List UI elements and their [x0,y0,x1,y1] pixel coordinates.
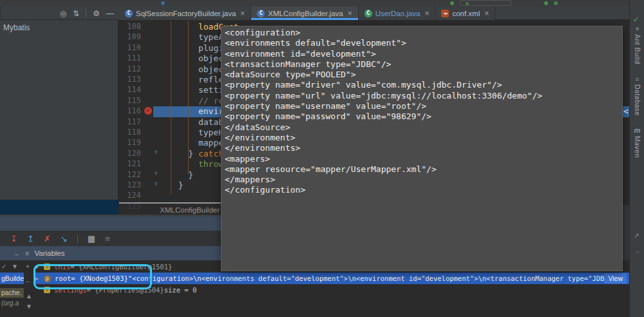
tab-XMLConfigBuilder.java[interactable]: CXMLConfigBuilder.java× [251,6,358,20]
debug-run-icon [450,1,454,5]
value-preview-popup: <configuration><environments default="de… [221,26,623,271]
tool-window-button-Database[interactable]: ≡Database [630,76,644,116]
popup-xml-line: <dataSource type="POOLED"> [225,70,622,80]
view-link[interactable]: View [604,273,627,283]
popup-xml-line: </configuration> [225,185,622,195]
layout-settings-icon[interactable]: ≡ [105,235,110,243]
restore-layout-icon[interactable]: ↗ [634,232,639,239]
line-number: 113 [119,75,141,84]
settings-icon[interactable]: ⚙ [93,10,100,17]
editor-tabs: CSqlSessionFactoryBuilder.java×CXMLConfi… [119,6,495,20]
line-number: 109 [119,32,141,41]
code-token: } [178,180,184,190]
line-number: 117 [119,117,141,126]
pin-tab-icon[interactable]: → [13,249,20,257]
frame-item[interactable]: (org.a [0,298,24,308]
tab-label: conf.xml [452,10,480,17]
tool-window-button-Ant Build[interactable]: ✳Ant Build [630,26,644,64]
popup-xml-line: <transactionManager type="JDBC"/> [225,59,622,70]
code-text: typeAl [168,32,229,43]
popup-xml-line: <property name="username" value="root"/> [225,101,622,111]
collapse-all-icon[interactable]: ⇅ [73,10,79,17]
run-config-selector[interactable] [460,0,511,6]
popup-xml-line: <environment id="development"> [225,49,622,59]
remove-icon[interactable]: − [26,278,30,285]
check-icon: ✓ [633,15,639,24]
scroll-down-icon[interactable]: ▼ [26,303,32,310]
editor-splitter[interactable] [119,202,221,204]
frame-item[interactable]: pache. [0,288,24,298]
add-icon[interactable]: + [26,263,30,270]
code-text: } [168,169,193,180]
code-text: plugin [168,43,229,53]
tab-UserDao.java[interactable]: CUserDao.java× [359,6,436,20]
tab-SqlSessionFactoryBuilder.java[interactable]: CSqlSessionFactoryBuilder.java× [119,6,251,20]
code-token: } [188,149,198,158]
frame-item[interactable]: gBuilde [0,273,24,284]
breakpoint-icon[interactable]: ✓ [144,107,152,115]
popup-xml-line: <environments default="development"> [225,38,622,48]
popup-xml-line: <property name="password" value="98629"/… [225,111,622,122]
line-number: 123 [119,180,141,189]
popup-xml-line: <configuration> [225,28,622,38]
locate-icon[interactable]: ◎ [60,10,66,17]
toolbar-blue-icon [161,1,165,5]
tool-window-button-Maven[interactable]: mMaven [630,126,644,158]
xml-file-icon: <> [441,10,449,17]
project-root-node[interactable]: Mybatis [3,23,30,32]
fold-marker-icon[interactable]: ▿ [155,149,158,155]
filter-icon[interactable]: ▼ [12,263,18,270]
code-text: mapper [168,137,229,148]
close-icon[interactable]: × [240,9,245,18]
drop-frame-icon[interactable]: ✗ [44,235,51,243]
scroll-up-icon[interactable]: ▲ [26,293,32,300]
java-class-green-icon: C [365,10,372,17]
code-text: object [168,53,229,64]
java-class-icon: C [125,10,133,17]
line-number: 108 [119,22,141,31]
fold-marker-icon[interactable]: ▿ [155,180,158,187]
line-number: 118 [119,128,141,137]
code-text: throw [168,158,223,169]
code-text: settin [168,84,229,95]
separator [77,235,78,243]
checked-icon[interactable]: ✓ [1,263,6,270]
line-number: 110 [119,43,141,52]
line-number: 111 [119,53,141,62]
line-overflow-text: < [623,106,629,117]
code-text: } [168,180,183,191]
fold-marker-icon[interactable]: ▿ [155,170,158,177]
code-token: } [188,170,193,180]
popup-xml-line: <property name="url" value="jdbc:mysql:/… [225,91,622,101]
close-icon[interactable]: × [348,9,352,18]
line-number: 116 [119,106,141,115]
tab-label: UserDao.java [375,10,421,17]
line-number: 120 [119,149,141,158]
tool-window-label: Maven [634,136,641,158]
right-tool-window-strip: ✓✳Ant Build≡DatabasemMaven↗→ [629,0,644,317]
java-class-icon: C [257,10,265,17]
separator [86,9,86,17]
variable-extra: size = 0 [164,286,197,294]
hide-panel-icon[interactable]: — [106,10,114,17]
line-number: 112 [119,64,141,73]
evaluate-expression-icon[interactable]: ▦ [88,235,95,243]
code-text: enviro< [168,106,229,117]
editor-tab-bar: ◎⇅⚙— CSqlSessionFactoryBuilder.java×CXML… [0,6,644,20]
tool-window-label: Ant Build [634,34,641,64]
force-step-into-icon[interactable]: ↧ [10,235,17,243]
pin-icon[interactable]: → [634,247,640,255]
code-text: // rea [168,95,229,106]
toolbar-green-icon [544,1,548,5]
run-to-cursor-icon[interactable]: ↘ [61,235,68,243]
close-icon[interactable]: × [424,9,429,18]
menu-icon[interactable]: ≡ [25,249,29,257]
variables-panel-title: Variables [34,249,64,257]
main-toolbar-blur [0,0,644,6]
close-icon[interactable]: × [484,9,489,18]
tab-conf.xml[interactable]: <>conf.xml× [435,6,495,20]
database-icon: ≡ [636,76,639,82]
step-out-icon[interactable]: ↥ [27,235,34,243]
editor-breadcrumb[interactable]: XMLConfigBuilder [119,204,220,216]
ide-window: ◎⇅⚙— CSqlSessionFactoryBuilder.java×CXML… [0,0,644,317]
